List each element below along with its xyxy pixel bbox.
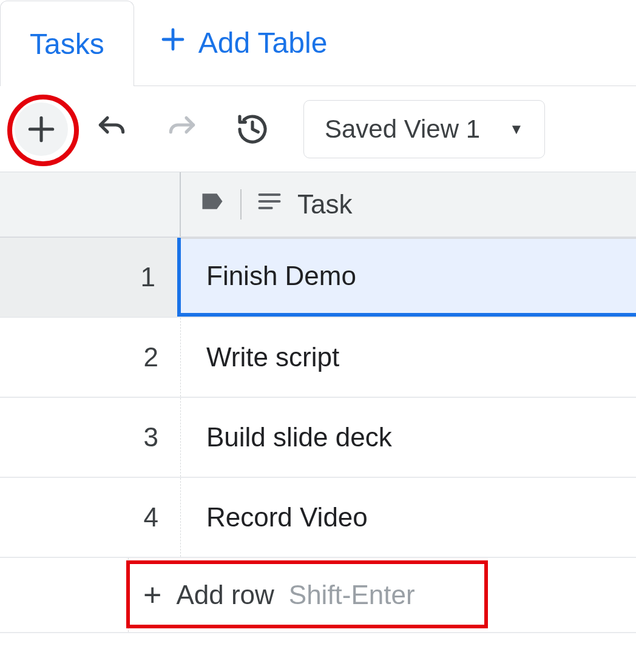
table-header-row: Task	[0, 172, 636, 238]
undo-icon	[95, 112, 129, 146]
add-table-label: Add Table	[198, 26, 328, 59]
column-header-task[interactable]: Task	[181, 172, 636, 237]
row-number-gutter	[0, 558, 129, 632]
row-number: 1	[0, 238, 181, 317]
add-row-shortcut-hint: Shift-Enter	[289, 580, 415, 610]
add-row[interactable]: + Add row Shift-Enter	[0, 558, 636, 633]
saved-view-label: Saved View 1	[325, 115, 480, 144]
column-label: Task	[297, 189, 352, 220]
chevron-down-icon: ▼	[509, 121, 524, 138]
history-button[interactable]	[226, 102, 279, 156]
divider	[240, 189, 242, 220]
tab-tasks[interactable]: Tasks	[0, 1, 134, 86]
table-row[interactable]: 3 Build slide deck	[0, 398, 636, 478]
plus-icon	[24, 112, 58, 146]
task-cell[interactable]: Build slide deck	[181, 398, 636, 477]
task-cell[interactable]: Record Video	[181, 478, 636, 557]
add-row-button[interactable]: + Add row Shift-Enter	[129, 558, 636, 632]
table-row[interactable]: 2 Write script	[0, 318, 636, 398]
history-icon	[235, 112, 269, 146]
add-row-label: Add row	[176, 580, 274, 610]
task-cell[interactable]: Finish Demo	[181, 238, 636, 317]
plus-icon	[158, 25, 188, 61]
row-number-header	[0, 172, 181, 237]
redo-icon	[165, 112, 199, 146]
redo-button[interactable]	[155, 102, 209, 156]
plus-icon: +	[143, 579, 161, 611]
add-table-button[interactable]: Add Table	[134, 0, 328, 86]
tab-label: Tasks	[30, 27, 104, 61]
saved-view-dropdown[interactable]: Saved View 1 ▼	[303, 100, 545, 158]
new-row-button[interactable]	[15, 102, 68, 156]
undo-button[interactable]	[85, 102, 138, 156]
table-tab-strip: Tasks Add Table	[0, 0, 636, 86]
table-row[interactable]: 1 Finish Demo	[0, 238, 636, 318]
label-icon	[199, 188, 226, 221]
table-row[interactable]: 4 Record Video	[0, 478, 636, 558]
row-number: 3	[0, 398, 181, 477]
toolbar: Saved View 1 ▼	[0, 86, 636, 172]
task-cell[interactable]: Write script	[181, 318, 636, 397]
text-column-icon	[256, 188, 283, 221]
row-number: 4	[0, 478, 181, 557]
row-number: 2	[0, 318, 181, 397]
